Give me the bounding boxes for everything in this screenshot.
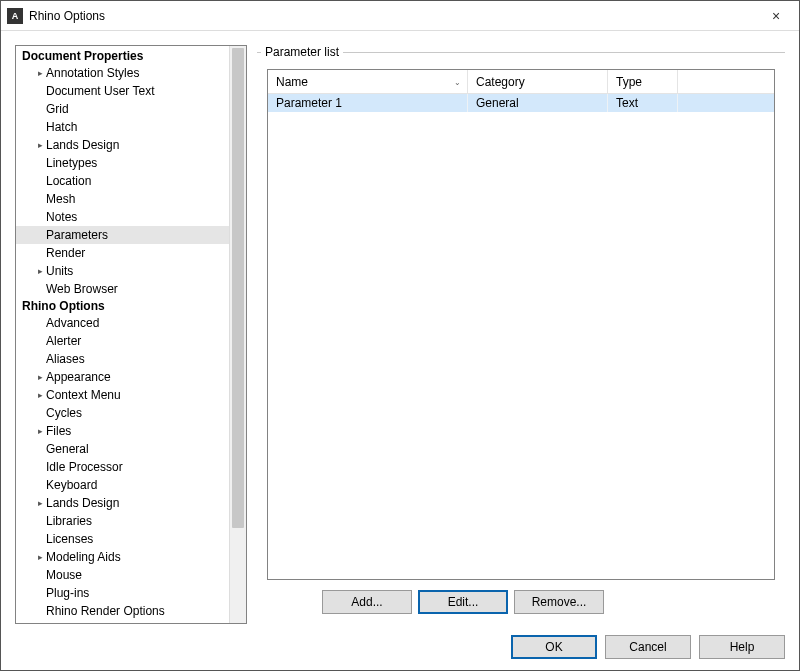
chevron-right-icon[interactable]: ▸ xyxy=(34,427,46,436)
ok-button[interactable]: OK xyxy=(511,635,597,659)
tree-item-label: Aliases xyxy=(46,352,85,366)
chevron-right-icon[interactable]: ▸ xyxy=(34,499,46,508)
titlebar: A Rhino Options × xyxy=(1,1,799,31)
column-header-category[interactable]: Category xyxy=(468,70,608,94)
parameter-list-group: Parameter list Name ⌄ Category Type xyxy=(257,45,785,624)
tree-item-label: Hatch xyxy=(46,120,77,134)
tree-item[interactable]: ▸Units xyxy=(16,262,229,280)
tree-item-label: Plug-ins xyxy=(46,586,89,600)
tree-item[interactable]: ▸Alerter xyxy=(16,332,229,350)
tree-item[interactable]: ▸Advanced xyxy=(16,314,229,332)
groupbox-label: Parameter list xyxy=(261,45,343,59)
tree-item[interactable]: ▸Idle Processor xyxy=(16,458,229,476)
window-title: Rhino Options xyxy=(29,9,105,23)
tree-item-label: Lands Design xyxy=(46,496,119,510)
nav-tree[interactable]: Document Properties▸Annotation Styles▸Do… xyxy=(16,46,229,623)
column-header-name[interactable]: Name ⌄ xyxy=(268,70,468,94)
tree-item[interactable]: ▸Document User Text xyxy=(16,82,229,100)
tree-item-label: Cycles xyxy=(46,406,82,420)
chevron-right-icon[interactable]: ▸ xyxy=(34,141,46,150)
tree-scrollbar-thumb[interactable] xyxy=(232,48,244,528)
tree-item-label: Keyboard xyxy=(46,478,97,492)
tree-item-label: Files xyxy=(46,424,71,438)
parameter-table: Name ⌄ Category Type Parameter 1GeneralT… xyxy=(267,69,775,580)
tree-item-label: Alerter xyxy=(46,334,81,348)
tree-scrollbar[interactable] xyxy=(229,46,246,623)
tree-item[interactable]: ▸Rhino Render Options xyxy=(16,602,229,620)
cell-name: Parameter 1 xyxy=(268,94,468,112)
tree-item[interactable]: ▸Annotation Styles xyxy=(16,64,229,82)
tree-item-label: Licenses xyxy=(46,532,93,546)
tree-item[interactable]: ▸Modeling Aids xyxy=(16,548,229,566)
tree-item[interactable]: ▸Cycles xyxy=(16,404,229,422)
tree-item[interactable]: ▸Grid xyxy=(16,100,229,118)
tree-item-label: Modeling Aids xyxy=(46,550,121,564)
chevron-right-icon[interactable]: ▸ xyxy=(34,391,46,400)
sort-indicator-icon: ⌄ xyxy=(454,77,461,86)
tree-item[interactable]: ▸Files xyxy=(16,422,229,440)
remove-button[interactable]: Remove... xyxy=(514,590,604,614)
table-header: Name ⌄ Category Type xyxy=(268,70,774,94)
tree-section-header: Document Properties xyxy=(16,48,229,64)
tree-item[interactable]: ▸Hatch xyxy=(16,118,229,136)
tree-item[interactable]: ▸Mouse xyxy=(16,566,229,584)
tree-item[interactable]: ▸Lands Design xyxy=(16,494,229,512)
tree-item[interactable]: ▸Render xyxy=(16,244,229,262)
tree-item-label: Annotation Styles xyxy=(46,66,139,80)
tree-item[interactable]: ▸Plug-ins xyxy=(16,584,229,602)
tree-item[interactable]: ▸Aliases xyxy=(16,350,229,368)
edit-button[interactable]: Edit... xyxy=(418,590,508,614)
chevron-right-icon[interactable]: ▸ xyxy=(34,373,46,382)
tree-item-label: Parameters xyxy=(46,228,108,242)
tree-item[interactable]: ▸Appearance xyxy=(16,368,229,386)
tree-item-label: Web Browser xyxy=(46,282,118,296)
tree-section-header: Rhino Options xyxy=(16,298,229,314)
cell-spacer xyxy=(678,94,774,112)
tree-item-label: Advanced xyxy=(46,316,99,330)
tree-item-label: Linetypes xyxy=(46,156,97,170)
tree-item-label: Context Menu xyxy=(46,388,121,402)
column-header-spacer xyxy=(678,70,774,94)
close-button[interactable]: × xyxy=(753,1,799,31)
options-window: A Rhino Options × Document Properties▸An… xyxy=(0,0,800,671)
cancel-button[interactable]: Cancel xyxy=(605,635,691,659)
table-row[interactable]: Parameter 1GeneralText xyxy=(268,94,774,112)
add-button[interactable]: Add... xyxy=(322,590,412,614)
tree-item[interactable]: ▸Lands Design xyxy=(16,136,229,154)
tree-item-label: General xyxy=(46,442,89,456)
close-icon: × xyxy=(772,8,780,24)
tree-item[interactable]: ▸Context Menu xyxy=(16,386,229,404)
nav-tree-panel: Document Properties▸Annotation Styles▸Do… xyxy=(15,45,247,624)
tree-item-label: Render xyxy=(46,246,85,260)
tree-item[interactable]: ▸Linetypes xyxy=(16,154,229,172)
tree-item-label: Appearance xyxy=(46,370,111,384)
tree-item-label: Lands Design xyxy=(46,138,119,152)
cell-type: Text xyxy=(608,94,678,112)
dialog-body: Document Properties▸Annotation Styles▸Do… xyxy=(1,31,799,624)
tree-item[interactable]: ▸Parameters xyxy=(16,226,229,244)
content-panel: Parameter list Name ⌄ Category Type xyxy=(257,45,785,624)
tree-item[interactable]: ▸Mesh xyxy=(16,190,229,208)
chevron-right-icon[interactable]: ▸ xyxy=(34,69,46,78)
chevron-right-icon[interactable]: ▸ xyxy=(34,553,46,562)
column-header-type[interactable]: Type xyxy=(608,70,678,94)
tree-item-label: Units xyxy=(46,264,73,278)
tree-item[interactable]: ▸Licenses xyxy=(16,530,229,548)
tree-item-label: Notes xyxy=(46,210,77,224)
chevron-right-icon[interactable]: ▸ xyxy=(34,267,46,276)
tree-item-label: Location xyxy=(46,174,91,188)
tree-item[interactable]: ▸Notes xyxy=(16,208,229,226)
tree-item[interactable]: ▸Web Browser xyxy=(16,280,229,298)
tree-item[interactable]: ▸General xyxy=(16,440,229,458)
tree-item[interactable]: ▸Libraries xyxy=(16,512,229,530)
app-icon: A xyxy=(7,8,23,24)
help-button[interactable]: Help xyxy=(699,635,785,659)
tree-item-label: Mouse xyxy=(46,568,82,582)
tree-item-label: Libraries xyxy=(46,514,92,528)
tree-item[interactable]: ▸Location xyxy=(16,172,229,190)
table-button-row: Add... Edit... Remove... xyxy=(267,580,775,614)
table-body: Parameter 1GeneralText xyxy=(268,94,774,579)
tree-item-label: Document User Text xyxy=(46,84,155,98)
tree-item-label: Idle Processor xyxy=(46,460,123,474)
tree-item[interactable]: ▸Keyboard xyxy=(16,476,229,494)
